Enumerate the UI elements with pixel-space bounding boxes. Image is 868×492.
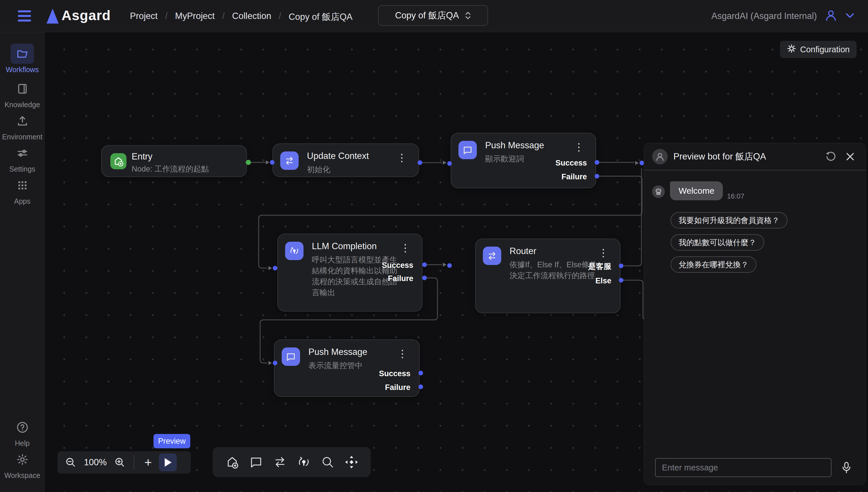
left-sidebar: Workflows Knowledge Environment <box>0 32 45 492</box>
chat-bubble-icon <box>282 347 300 366</box>
chat-title: Preview bot for 飯店QA <box>673 151 823 163</box>
chat-message-input[interactable] <box>655 458 832 477</box>
folder-icon <box>10 44 34 64</box>
play-icon <box>164 458 172 467</box>
account-area: AsgardAI (Asgard Internal) <box>711 0 855 32</box>
port-label-failure: Failure <box>385 382 411 393</box>
user-icon[interactable] <box>824 9 838 23</box>
run-workflow-button[interactable] <box>159 453 177 471</box>
port-label-success: Success <box>555 158 587 168</box>
node-title: Update Context <box>307 151 369 161</box>
port-label-customer-service: 是客服 <box>588 261 611 272</box>
chat-input-row <box>644 458 865 477</box>
sidebar-item-help[interactable]: Help <box>0 417 45 447</box>
entry-home-plus-icon <box>110 153 126 169</box>
node-menu-button[interactable]: ⋮ <box>397 152 407 164</box>
book-icon <box>10 79 34 99</box>
zoom-in-button[interactable] <box>113 454 127 470</box>
node-menu-button[interactable]: ⋮ <box>397 348 407 360</box>
add-node-button[interactable]: + <box>141 454 155 470</box>
chat-bubble-icon <box>458 141 477 159</box>
search-tool-icon[interactable] <box>319 453 336 471</box>
top-navigation-bar: Asgard Project / MyProject / Collection … <box>0 0 868 32</box>
toolbar-divider <box>134 455 134 470</box>
upload-icon <box>10 111 34 131</box>
help-circle-icon <box>10 417 34 437</box>
node-subtitle: Node: 工作流程的起點 <box>132 164 209 174</box>
configuration-label: Configuration <box>800 45 850 54</box>
sidebar-item-label: Environment <box>0 133 45 141</box>
sidebar-item-environment[interactable]: Environment <box>0 111 45 141</box>
message-node-tool-icon[interactable] <box>247 453 265 471</box>
sidebar-item-settings[interactable]: Settings <box>0 143 45 173</box>
bot-message-row: Welcome 16:07 <box>652 181 744 200</box>
port-label-failure: Failure <box>388 273 413 284</box>
sidebar-item-label: Knowledge <box>0 101 45 109</box>
zoom-out-button[interactable] <box>64 454 78 470</box>
swap-arrows-tool-icon[interactable] <box>271 453 289 471</box>
account-name: AsgardAI (Asgard Internal) <box>711 11 817 21</box>
preview-tooltip[interactable]: Preview <box>153 434 190 448</box>
microphone-icon[interactable] <box>838 460 854 476</box>
node-subtitle: 顯示歡迎詞 <box>485 153 524 164</box>
workflow-selector-value: Copy of 飯店QA <box>395 9 459 22</box>
breadcrumb-current[interactable]: Copy of 飯店QA <box>289 11 352 23</box>
swap-arrows-icon <box>280 151 299 170</box>
message-timestamp: 16:07 <box>727 192 744 200</box>
app-title: Asgard <box>61 7 111 23</box>
port-label-success: Success <box>382 260 413 270</box>
robot-avatar-icon <box>652 186 665 198</box>
node-title: LLM Completion <box>312 241 377 251</box>
node-llm-completion[interactable]: LLM Completion 呼叫大型語言模型並產生結構化的資料輸出以輔助流程的… <box>277 233 422 312</box>
breadcrumb-myproject[interactable]: MyProject <box>175 11 215 23</box>
sidebar-item-workflows[interactable]: Workflows <box>0 44 45 74</box>
bot-message-bubble: Welcome <box>670 181 723 200</box>
entry-node-tool-icon[interactable] <box>224 453 241 471</box>
canvas-zoom-toolbar: 100% + <box>57 451 191 474</box>
node-push-message-throttle[interactable]: Push Message 表示流量控管中 ⋮ Success Failure <box>274 339 420 397</box>
llm-node-tool-icon[interactable] <box>295 453 313 471</box>
breadcrumb-project[interactable]: Project <box>130 11 157 23</box>
sidebar-item-label: Workspace <box>0 471 45 479</box>
sliders-icon <box>10 143 34 163</box>
node-update-context[interactable]: Update Context 初始化 ⋮ <box>272 143 419 177</box>
sidebar-item-knowledge[interactable]: Knowledge <box>0 79 45 109</box>
llm-bulb-icon <box>285 242 303 260</box>
zoom-level-value: 100% <box>84 457 107 468</box>
restart-chat-button[interactable] <box>823 149 838 164</box>
quick-reply-chip[interactable]: 我要如何升級我的會員資格？ <box>671 212 788 228</box>
node-title: Entry <box>132 151 152 162</box>
swap-arrows-icon <box>483 247 501 265</box>
quick-reply-chip[interactable]: 兌換券在哪裡兌換？ <box>671 256 757 273</box>
sidebar-item-workspace[interactable]: Workspace <box>0 449 45 479</box>
breadcrumb-collection[interactable]: Collection <box>232 11 271 23</box>
move-tool-icon[interactable] <box>343 453 360 471</box>
node-title: Push Message <box>308 347 367 357</box>
quick-reply-chips: 我要如何升級我的會員資格？ 我的點數可以做什麼？ 兌換券在哪裡兌換？ <box>671 212 854 273</box>
node-title: Router <box>510 246 536 256</box>
sidebar-item-label: Workflows <box>0 66 45 74</box>
bot-avatar <box>652 149 668 164</box>
node-router[interactable]: Router 依據If、Else If、Else條件決定工作流程執行的路徑 ⋮ … <box>475 239 621 313</box>
gear-icon <box>10 449 34 470</box>
chevron-down-icon[interactable] <box>845 13 855 20</box>
node-entry[interactable]: Entry Node: 工作流程的起點 <box>101 145 247 177</box>
close-chat-button[interactable] <box>842 149 858 164</box>
sidebar-item-apps[interactable]: Apps <box>0 175 45 205</box>
configuration-button[interactable]: Configuration <box>780 41 857 58</box>
hamburger-menu-icon[interactable] <box>18 10 31 22</box>
breadcrumb: Project / MyProject / Collection / Copy … <box>130 11 353 23</box>
asgard-logo-icon <box>45 8 60 25</box>
node-menu-button[interactable]: ⋮ <box>598 247 609 259</box>
sidebar-item-label: Settings <box>0 165 45 173</box>
workflow-selector-dropdown[interactable]: Copy of 飯店QA <box>378 5 488 26</box>
quick-reply-chip[interactable]: 我的點數可以做什麼？ <box>671 234 764 251</box>
node-menu-button[interactable]: ⋮ <box>400 242 411 254</box>
apps-grid-icon <box>10 175 34 195</box>
node-subtitle: 依據If、Else If、Else條件決定工作流程執行的路徑 <box>510 259 599 281</box>
node-title: Push Message <box>485 140 544 151</box>
sidebar-item-label: Apps <box>0 197 45 205</box>
node-menu-button[interactable]: ⋮ <box>574 141 584 153</box>
port-label-failure: Failure <box>561 172 587 182</box>
node-push-message-welcome[interactable]: Push Message 顯示歡迎詞 ⋮ Success Failure <box>451 133 596 188</box>
